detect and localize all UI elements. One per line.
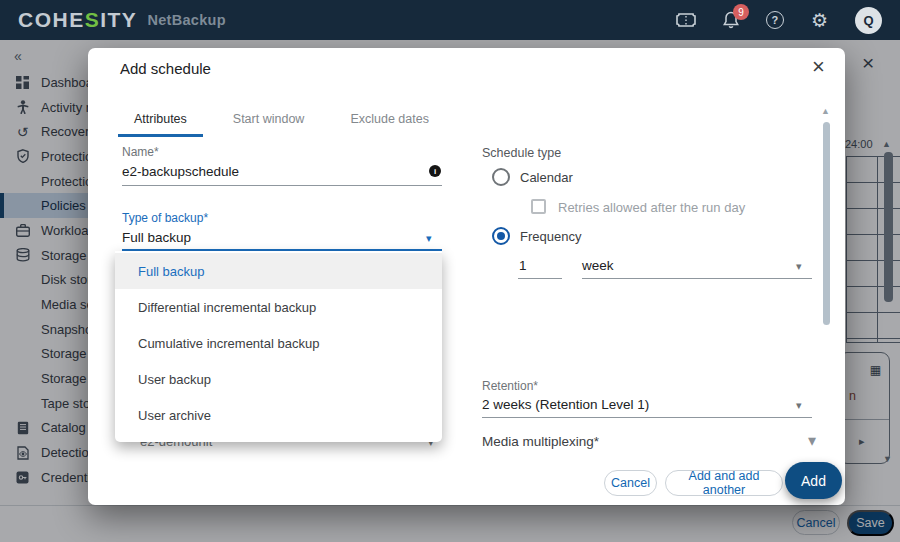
info-icon[interactable]: i: [429, 165, 441, 177]
dialog-cancel-button[interactable]: Cancel: [604, 470, 657, 496]
logo-text: COHE: [18, 8, 85, 31]
tab-exclude-dates[interactable]: Exclude dates: [334, 104, 445, 137]
dialog-title: Add schedule: [120, 60, 211, 77]
add-and-add-another-button[interactable]: Add and add another: [665, 470, 783, 496]
dialog-scrollbar-thumb[interactable]: [823, 122, 830, 325]
type-dropdown-caret-icon[interactable]: ▾: [426, 233, 432, 244]
type-of-backup-dropdown: Full backup Differential incremental bac…: [115, 251, 442, 442]
tab-attributes[interactable]: Attributes: [118, 104, 203, 137]
frequency-unit-select[interactable]: week: [582, 258, 614, 273]
schedule-type-label: Schedule type: [482, 146, 561, 160]
frequency-unit-underline: [582, 278, 812, 279]
retries-checkbox[interactable]: [531, 199, 546, 214]
option-user-archive[interactable]: User archive: [115, 397, 442, 433]
media-multiplexing-label: Media multiplexing*: [482, 434, 599, 449]
help-icon[interactable]: ?: [766, 11, 784, 29]
help-glyph: ?: [766, 11, 784, 29]
option-differential-incremental[interactable]: Differential incremental backup: [115, 289, 442, 325]
product-name: NetBackup: [147, 12, 225, 28]
gear-glyph: ⚙: [811, 11, 828, 30]
retries-checkbox-label: Retries allowed after the run day: [558, 200, 745, 215]
cohesity-logo: COHESITY: [18, 8, 137, 32]
dialog-close-icon[interactable]: ×: [812, 56, 825, 78]
retention-label: Retention*: [482, 379, 538, 393]
add-schedule-dialog: Add schedule × Attributes Start window E…: [88, 48, 845, 505]
option-full-backup[interactable]: Full backup: [115, 253, 442, 289]
option-cumulative-incremental[interactable]: Cumulative incremental backup: [115, 325, 442, 361]
calendar-radio-label: Calendar: [520, 170, 573, 185]
name-field-label: Name*: [122, 145, 159, 159]
license-ticket-icon[interactable]: [676, 13, 696, 27]
tab-start-window[interactable]: Start window: [217, 104, 321, 137]
name-field-value[interactable]: e2-backupschedule: [122, 164, 239, 179]
frequency-radio[interactable]: [492, 227, 510, 245]
user-avatar[interactable]: Q: [855, 7, 882, 34]
logo-green-s: S: [85, 8, 101, 31]
option-user-backup[interactable]: User backup: [115, 361, 442, 397]
retention-value[interactable]: 2 weeks (Retention Level 1): [482, 397, 649, 412]
frequency-unit-caret-icon[interactable]: ▾: [796, 261, 802, 272]
frequency-value-underline: [518, 278, 562, 279]
frequency-radio-label: Frequency: [520, 229, 581, 244]
type-of-backup-value[interactable]: Full backup: [122, 230, 191, 245]
type-of-backup-label: Type of backup*: [122, 211, 208, 225]
notifications-bell-icon[interactable]: 9: [723, 11, 739, 29]
name-field-underline: [122, 185, 442, 186]
add-button[interactable]: Add: [785, 462, 842, 499]
retention-underline: [482, 417, 812, 418]
dialog-scroll-up-icon[interactable]: ▲: [821, 106, 830, 116]
settings-gear-icon[interactable]: ⚙: [811, 11, 828, 30]
topbar-actions: 9 ? ⚙ Q: [676, 7, 882, 34]
calendar-radio[interactable]: [492, 168, 510, 186]
media-multiplexing-caret-icon[interactable]: ▾: [808, 433, 816, 449]
screen: COHESITY NetBackup 9 ? ⚙ Q « Dashboard: [0, 0, 900, 542]
notification-badge: 9: [733, 4, 749, 20]
dialog-tabs: Attributes Start window Exclude dates: [118, 104, 459, 137]
logo-text-2: ITY: [100, 8, 137, 31]
top-app-bar: COHESITY NetBackup 9 ? ⚙ Q: [0, 0, 900, 40]
retention-caret-icon[interactable]: ▾: [796, 400, 802, 411]
frequency-value-input[interactable]: 1: [519, 258, 527, 273]
